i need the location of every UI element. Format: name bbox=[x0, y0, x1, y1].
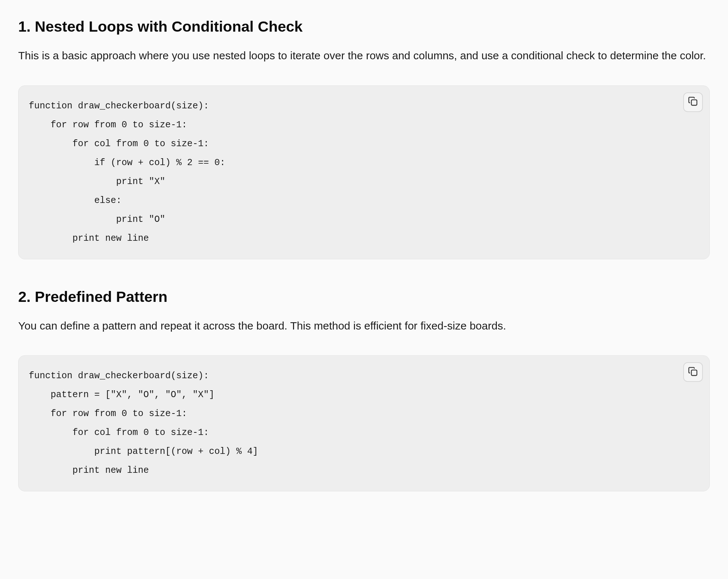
code-content: function draw_checkerboard(size): patter… bbox=[29, 367, 699, 480]
svg-rect-0 bbox=[691, 100, 697, 105]
section-1: 1. Nested Loops with Conditional Check T… bbox=[18, 18, 710, 259]
copy-icon bbox=[688, 96, 698, 108]
copy-button[interactable] bbox=[683, 362, 703, 382]
section-description: This is a basic approach where you use n… bbox=[18, 46, 710, 65]
section-description: You can define a pattern and repeat it a… bbox=[18, 316, 710, 336]
code-block: function draw_checkerboard(size): patter… bbox=[18, 355, 710, 491]
section-heading: 1. Nested Loops with Conditional Check bbox=[18, 18, 710, 35]
section-2: 2. Predefined Pattern You can define a p… bbox=[18, 288, 710, 492]
copy-button[interactable] bbox=[683, 92, 703, 112]
code-block: function draw_checkerboard(size): for ro… bbox=[18, 85, 710, 259]
copy-icon bbox=[688, 367, 698, 378]
svg-rect-1 bbox=[691, 370, 697, 375]
code-content: function draw_checkerboard(size): for ro… bbox=[29, 97, 699, 248]
section-heading: 2. Predefined Pattern bbox=[18, 288, 710, 306]
